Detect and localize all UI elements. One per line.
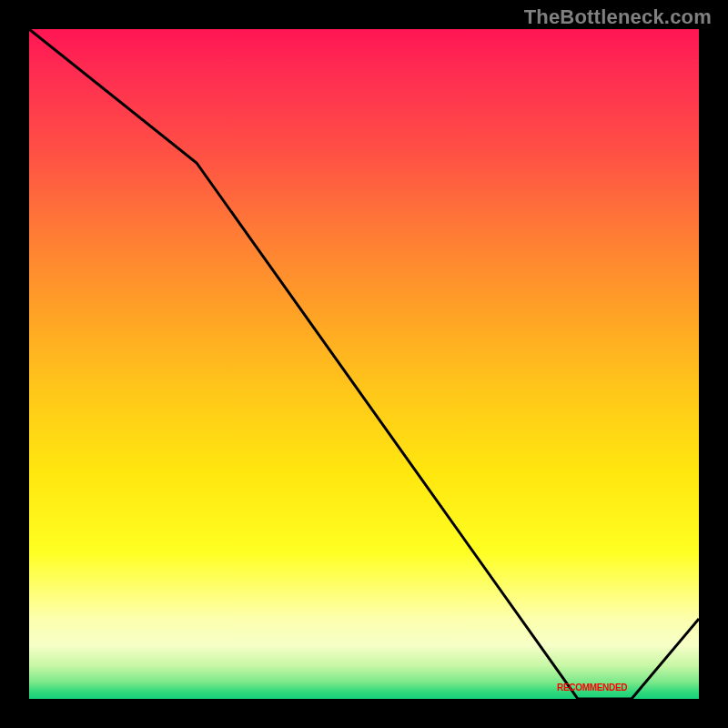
curve-path (29, 29, 699, 699)
plot-area: RECOMMENDED (29, 29, 699, 699)
annotation-recommended: RECOMMENDED (557, 682, 627, 693)
watermark-text: TheBottleneck.com (524, 5, 712, 29)
chart-frame: TheBottleneck.com RECOMMENDED (0, 0, 728, 728)
line-series (29, 29, 699, 699)
